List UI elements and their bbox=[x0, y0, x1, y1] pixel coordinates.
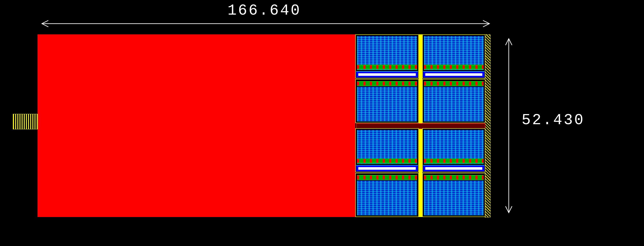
active-strip bbox=[424, 81, 484, 86]
active-strip bbox=[424, 175, 484, 180]
rail-inner bbox=[425, 167, 482, 170]
cell-r0-c0-s0 bbox=[355, 34, 419, 78]
cell-fill bbox=[424, 87, 484, 121]
active-strip bbox=[424, 65, 484, 69]
cell-r0-c1-s1 bbox=[422, 79, 485, 123]
left-pin bbox=[13, 114, 38, 129]
cell-fill bbox=[357, 181, 417, 215]
width-dimension-label: 166.640 bbox=[228, 2, 301, 19]
cell-fill bbox=[424, 181, 484, 215]
cell-r1-c1-s0 bbox=[422, 128, 485, 172]
cell-r1-c1-s1 bbox=[422, 173, 485, 217]
power-rail bbox=[356, 71, 418, 78]
cell-fill bbox=[357, 87, 417, 121]
width-dimension-arrow bbox=[38, 19, 494, 28]
active-strip bbox=[357, 175, 417, 180]
cell-r0-c1-s0 bbox=[422, 34, 485, 78]
main-metal-block bbox=[38, 34, 355, 217]
active-strip bbox=[357, 159, 417, 163]
cell-r1-c0-s0 bbox=[355, 128, 419, 172]
height-dimension-arrow bbox=[504, 34, 513, 217]
active-strip bbox=[424, 159, 484, 163]
rail-inner bbox=[425, 73, 482, 76]
cell-r0-c0-s1 bbox=[355, 79, 419, 123]
height-dimension-label: 52.430 bbox=[522, 112, 585, 129]
cell-r1-c0-s1 bbox=[355, 173, 419, 217]
rail-inner bbox=[358, 167, 416, 170]
cell-array bbox=[355, 34, 490, 217]
power-rail bbox=[356, 165, 418, 171]
layout-canvas: 166.640 52.430 bbox=[0, 0, 644, 246]
right-edge-stripe bbox=[485, 34, 490, 217]
power-rail bbox=[423, 165, 484, 171]
rail-inner bbox=[358, 73, 416, 76]
active-strip bbox=[357, 65, 417, 69]
power-rail bbox=[423, 71, 484, 78]
active-strip bbox=[357, 81, 417, 86]
